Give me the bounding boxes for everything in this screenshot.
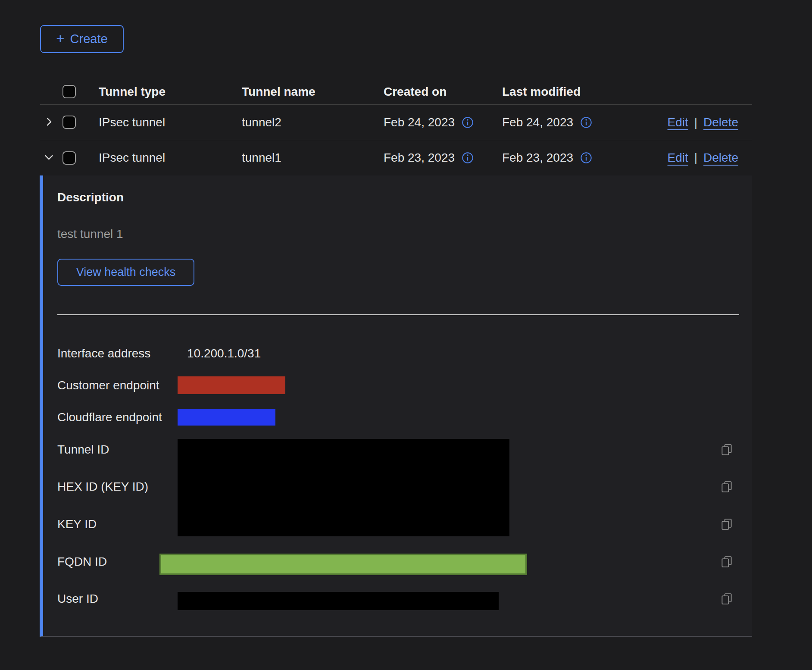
table-row: IPsec tunnel tunnel2 Feb 24, 2023 Feb 24… — [40, 105, 752, 140]
cell-tunnel-name: tunnel2 — [242, 116, 384, 129]
cell-tunnel-name: tunnel1 — [242, 151, 384, 165]
cell-tunnel-type: IPsec tunnel — [99, 116, 242, 129]
chevron-down-icon — [43, 151, 55, 164]
copy-key-id-button[interactable] — [720, 518, 733, 531]
header-created-on: Created on — [384, 85, 502, 99]
select-all-checkbox[interactable] — [62, 85, 76, 98]
edit-link[interactable]: Edit — [668, 116, 688, 129]
row-checkbox[interactable] — [62, 116, 76, 129]
tunnel-id-label: Tunnel ID — [57, 441, 187, 458]
expand-row-button[interactable] — [40, 114, 57, 131]
info-icon[interactable] — [462, 116, 474, 128]
info-icon[interactable] — [580, 152, 592, 164]
row-checkbox[interactable] — [62, 151, 76, 165]
delete-link[interactable]: Delete — [703, 116, 738, 129]
description-label: Description — [57, 191, 124, 204]
header-tunnel-type: Tunnel type — [99, 85, 242, 99]
tunnels-page: { "colors": { "accent_blue": "#4b7fe8", … — [0, 0, 812, 670]
cloudflare-endpoint-redaction — [178, 409, 275, 426]
cell-created-on: Feb 23, 2023 — [384, 151, 455, 165]
tunnels-table: Tunnel type Tunnel name Created on Last … — [40, 79, 752, 175]
divider — [57, 314, 739, 315]
collapse-row-button[interactable] — [40, 149, 57, 166]
cell-last-modified: Feb 24, 2023 — [502, 116, 573, 129]
copy-fqdn-id-button[interactable] — [720, 556, 733, 569]
info-icon[interactable] — [580, 116, 592, 128]
header-last-modified: Last modified — [502, 85, 631, 99]
table-header-row: Tunnel type Tunnel name Created on Last … — [40, 79, 752, 105]
key-id-label: KEY ID — [57, 516, 187, 533]
copy-icon — [720, 592, 733, 607]
cloudflare-endpoint-label: Cloudflare endpoint — [57, 409, 187, 426]
description-value: test tunnel 1 — [57, 227, 123, 241]
interface-address-value: 10.200.1.0/31 — [187, 345, 261, 362]
fqdn-id-redaction — [159, 554, 527, 575]
copy-icon — [720, 480, 733, 495]
copy-icon — [720, 443, 733, 457]
view-health-checks-button[interactable]: View health checks — [57, 259, 194, 286]
hex-id-label: HEX ID (KEY ID) — [57, 478, 187, 495]
chevron-right-icon — [43, 116, 55, 129]
table-row: IPsec tunnel tunnel1 Feb 23, 2023 Feb 23… — [40, 140, 752, 175]
actions-separator: | — [694, 116, 697, 129]
user-id-label: User ID — [57, 590, 187, 607]
plus-icon: + — [56, 31, 64, 46]
header-tunnel-name: Tunnel name — [242, 85, 384, 99]
actions-separator: | — [694, 151, 697, 165]
cell-last-modified: Feb 23, 2023 — [502, 151, 573, 165]
user-id-redaction — [178, 592, 499, 610]
copy-user-id-button[interactable] — [720, 593, 733, 606]
copy-tunnel-id-button[interactable] — [720, 444, 733, 457]
view-health-checks-label: View health checks — [76, 266, 176, 279]
cell-tunnel-type: IPsec tunnel — [99, 151, 242, 165]
edit-link[interactable]: Edit — [668, 151, 688, 165]
tunnel-details-panel: Description test tunnel 1 View health ch… — [40, 175, 752, 637]
copy-hex-id-button[interactable] — [720, 481, 733, 494]
cell-created-on: Feb 24, 2023 — [384, 116, 455, 129]
interface-address-label: Interface address — [57, 345, 187, 362]
copy-icon — [720, 518, 733, 532]
delete-link[interactable]: Delete — [703, 151, 738, 165]
info-icon[interactable] — [462, 152, 474, 164]
customer-endpoint-label: Customer endpoint — [57, 377, 187, 394]
copy-icon — [720, 555, 733, 570]
customer-endpoint-redaction — [178, 376, 285, 394]
create-button[interactable]: + Create — [40, 25, 124, 53]
ids-redaction — [178, 439, 509, 536]
create-button-label: Create — [70, 32, 108, 46]
